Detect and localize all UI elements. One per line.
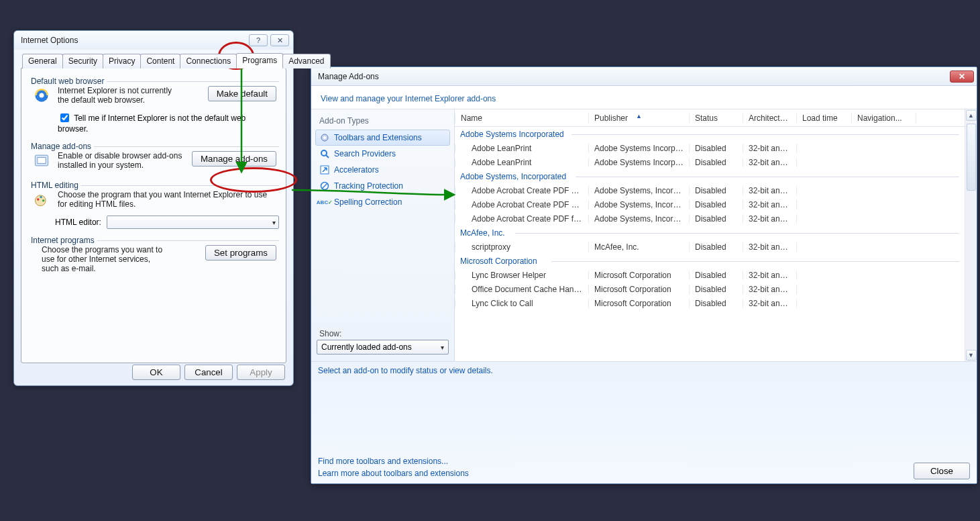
addon-row[interactable]: Lync Browser HelperMicrosoft Corporation…: [455, 268, 965, 282]
group-manage-addons: Manage add-ons Manage add-ons Enable or …: [28, 142, 279, 174]
type-toolbars-extensions[interactable]: Toolbars and Extensions: [315, 130, 450, 146]
tab-privacy[interactable]: Privacy: [103, 54, 141, 68]
find-more-link[interactable]: Find more toolbars and extensions...: [318, 455, 469, 467]
cell-status: Disabled: [690, 285, 743, 294]
learn-more-link[interactable]: Learn more about toolbars and extensions: [318, 467, 469, 479]
tab-advanced[interactable]: Advanced: [282, 54, 330, 68]
addon-row[interactable]: Office Document Cache HandlerMicrosoft C…: [455, 282, 965, 296]
tab-programs[interactable]: Programs: [236, 53, 283, 68]
ma-titlebar[interactable]: Manage Add-ons ✕: [311, 67, 977, 86]
gear-icon: [319, 132, 330, 143]
type-accelerators[interactable]: Accelerators: [315, 162, 450, 178]
col-loadtime[interactable]: Load time: [797, 113, 852, 123]
group-label: Manage add-ons: [28, 142, 94, 151]
detail-panel: Select an add-on to modify status or vie…: [311, 361, 977, 483]
scroll-thumb[interactable]: [967, 124, 976, 191]
type-label: Toolbars and Extensions: [334, 133, 422, 142]
type-label: Spelling Correction: [334, 197, 402, 207]
apply-button[interactable]: Apply: [237, 365, 285, 380]
programs-panel: Default web browser Make default Interne…: [21, 68, 286, 363]
cell-architecture: 32-bit and ...: [743, 299, 797, 308]
shield-icon: [319, 181, 330, 191]
ma-subheader: View and manage your Internet Explorer a…: [311, 86, 977, 109]
addon-row[interactable]: Lync Click to CallMicrosoft CorporationD…: [455, 296, 965, 310]
html-editing-text: Choose the program that you want Interne…: [58, 190, 276, 209]
type-label: Search Providers: [334, 149, 396, 158]
type-search-providers[interactable]: Search Providers: [315, 146, 450, 162]
help-button[interactable]: ?: [249, 34, 268, 46]
internet-options-dialog: Internet Options ? ✕ General Security Pr…: [13, 30, 294, 386]
cell-architecture: 32-bit and ...: [743, 144, 797, 153]
cell-architecture: 32-bit and ...: [743, 242, 797, 252]
scroll-up-button[interactable]: ▲: [966, 110, 977, 121]
scrollbar[interactable]: ▲ ▼: [965, 109, 977, 361]
tab-content[interactable]: Content: [140, 54, 180, 68]
manage-addons-text: Enable or disable browser add-ons instal…: [58, 151, 192, 170]
cell-name: Adobe Acrobat Create PDF Too...: [455, 186, 589, 195]
html-editor-label: HTML editor:: [55, 218, 101, 227]
show-value: Currently loaded add-ons: [321, 342, 412, 352]
default-browser-text: Internet Explorer is not currently the d…: [58, 86, 185, 105]
addons-list[interactable]: Name Publisher▲ Status Architecture Load…: [455, 109, 965, 361]
col-status[interactable]: Status: [690, 113, 743, 123]
close-button[interactable]: ✕: [270, 34, 289, 46]
addon-row[interactable]: Adobe LeanPrintAdobe Systems Incorpor...…: [455, 155, 965, 169]
group-html-editing: HTML editing Choose the program that you…: [28, 181, 279, 229]
cell-name: Office Document Cache Handler: [455, 285, 589, 294]
tab-security[interactable]: Security: [62, 54, 103, 68]
group-label: Default web browser: [28, 77, 107, 86]
addon-row[interactable]: Adobe Acrobat Create PDF Too...Adobe Sys…: [455, 183, 965, 197]
col-architecture[interactable]: Architecture: [743, 113, 797, 123]
cell-publisher: McAfee, Inc.: [589, 242, 690, 252]
col-navigation[interactable]: Navigation...: [852, 113, 916, 123]
group-label: HTML editing: [28, 181, 81, 190]
type-spelling[interactable]: ABC✓ Spelling Correction: [315, 194, 450, 210]
io-footer: OK Cancel Apply: [132, 365, 285, 380]
type-label: Tracking Protection: [334, 181, 403, 191]
chevron-down-icon: ▾: [441, 344, 444, 351]
show-select[interactable]: Currently loaded add-ons ▾: [317, 340, 449, 354]
type-label: Accelerators: [334, 165, 379, 175]
manage-addons-button[interactable]: Manage add-ons: [192, 151, 276, 167]
paint-icon: [32, 190, 54, 211]
addon-row[interactable]: Adobe LeanPrintAdobe Systems Incorpor...…: [455, 141, 965, 155]
col-name[interactable]: Name: [455, 113, 589, 123]
cell-publisher: Adobe Systems, Incorpo...: [589, 186, 690, 195]
cancel-button[interactable]: Cancel: [184, 365, 233, 380]
column-headers: Name Publisher▲ Status Architecture Load…: [455, 109, 965, 127]
scroll-down-button[interactable]: ▼: [966, 350, 977, 361]
svg-point-5: [37, 198, 40, 201]
scroll-track[interactable]: [966, 122, 977, 348]
ok-button[interactable]: OK: [132, 365, 180, 380]
group-header[interactable]: Microsoft Corporation: [455, 254, 965, 268]
chevron-down-icon: ▾: [272, 219, 276, 226]
close-button[interactable]: Close: [914, 463, 970, 479]
group-header[interactable]: McAfee, Inc.: [455, 226, 965, 240]
cell-publisher: Adobe Systems, Incorpo...: [589, 214, 690, 224]
col-publisher[interactable]: Publisher▲: [589, 113, 690, 123]
cell-status: Disabled: [690, 242, 743, 252]
html-editor-select[interactable]: ▾: [107, 216, 279, 229]
group-header[interactable]: Adobe Systems Incorporated: [455, 127, 965, 141]
make-default-button[interactable]: Make default: [208, 86, 276, 101]
set-programs-button[interactable]: Set programs: [205, 245, 276, 260]
tab-connections[interactable]: Connections: [180, 54, 237, 68]
cell-publisher: Microsoft Corporation: [589, 299, 690, 308]
tellme-label: Tell me if Internet Explorer is not the …: [58, 113, 246, 134]
addons-list-area: Name Publisher▲ Status Architecture Load…: [455, 109, 977, 361]
io-body: General Security Privacy Content Connect…: [14, 50, 293, 370]
group-header[interactable]: Adobe Systems, Incorporated: [455, 169, 965, 183]
puzzle-icon: [32, 151, 54, 173]
sort-asc-icon: ▲: [636, 113, 642, 120]
cell-architecture: 32-bit and ...: [743, 200, 797, 209]
addon-row[interactable]: Adobe Acrobat Create PDF fro...Adobe Sys…: [455, 211, 965, 226]
type-tracking-protection[interactable]: Tracking Protection: [315, 178, 450, 194]
addon-row[interactable]: Adobe Acrobat Create PDF Hel...Adobe Sys…: [455, 197, 965, 211]
group-default-browser: Default web browser Make default Interne…: [28, 77, 279, 135]
addon-row[interactable]: scriptproxyMcAfee, Inc.Disabled32-bit an…: [455, 240, 965, 254]
tellme-checkbox[interactable]: [60, 113, 69, 122]
io-titlebar[interactable]: Internet Options ? ✕: [14, 31, 293, 50]
tab-general[interactable]: General: [22, 54, 63, 68]
close-icon[interactable]: ✕: [950, 70, 974, 83]
cell-status: Disabled: [690, 271, 743, 280]
